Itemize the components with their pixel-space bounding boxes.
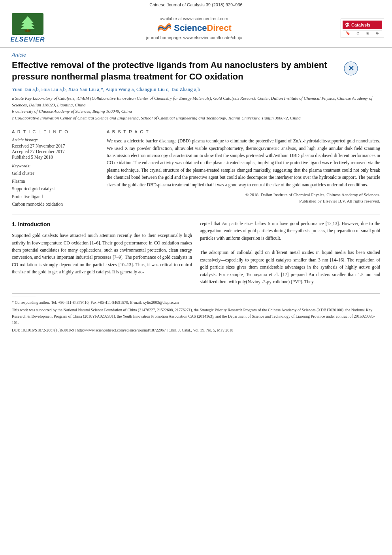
- abstract-text: We used a dielectric barrier discharge (…: [107, 137, 380, 188]
- history-label: Article history:: [12, 137, 99, 142]
- copyright-line1: © 2018, Dalian Institute of Chemical Phy…: [107, 191, 380, 198]
- footnote-divider: [12, 297, 36, 297]
- article-info-heading: A R T I C L E I N F O: [12, 129, 99, 134]
- affiliations: a State Key Laboratory of Catalysis, iCh…: [12, 95, 380, 121]
- intro-title: 1. Introduction: [12, 220, 192, 229]
- sciencedirect-text: ScienceDirect: [174, 23, 232, 33]
- intro-right-col: cepted that Au particle sizes below 5 nm…: [200, 220, 380, 286]
- page: Chinese Journal of Catalysis 39 (2018) 9…: [0, 0, 392, 555]
- available-text: available at www.sciencedirect.com: [51, 16, 337, 21]
- abstract-heading: A B S T R A C T: [107, 129, 380, 134]
- catalysis-label: Catalysis: [351, 23, 370, 27]
- copyright-text: © 2018, Dalian Institute of Chemical Phy…: [107, 191, 380, 205]
- funding-note: This work was supported by the National …: [12, 307, 380, 326]
- elsevier-logo: ELSEVIER: [8, 13, 47, 43]
- keywords-list: Gold cluster Plasma Supported gold catal…: [12, 170, 99, 208]
- article-tag: Article: [12, 52, 380, 58]
- affiliation-a: a State Key Laboratory of Catalysis, iCh…: [12, 95, 380, 108]
- corresponding-author-note: * Corresponding author. Tel: +86-411-843…: [12, 299, 380, 306]
- article-info-col: A R T I C L E I N F O Article history: R…: [12, 126, 99, 208]
- doi-note: DOI: 10.1016/S1872-2067(18)63018-9 | htt…: [12, 327, 380, 333]
- sciencedirect-icon: [156, 23, 172, 34]
- keyword-3: Supported gold catalyst: [12, 185, 99, 193]
- keyword-4: Protective ligand: [12, 193, 99, 201]
- affiliation-b: b University of Chinese Academy of Scien…: [12, 108, 380, 115]
- intro-left-text: Supported gold catalysts have attracted …: [12, 232, 192, 275]
- top-bar: Chinese Journal of Catalysis 39 (2018) 9…: [0, 0, 392, 9]
- affiliation-c: c Collaborative Innovation Center of Che…: [12, 115, 380, 121]
- crossmark-icon: ✕: [344, 61, 358, 77]
- catalysis-bottom-bar: 🔖 ⊙ ⊞ ⊕: [343, 30, 382, 36]
- header: ELSEVIER available at www.sciencedirect.…: [0, 9, 392, 48]
- section-divider: [12, 214, 380, 214]
- authors: Yuan Tan a,b, Hua Liu a,b, Xiao Yan Liu …: [12, 86, 380, 93]
- received-date: Received 27 November 2017: [12, 144, 99, 148]
- elsevier-tree-icon: [12, 13, 43, 35]
- journal-link: journal homepage: www.elsevier.com/locat…: [51, 35, 337, 40]
- svg-text:✕: ✕: [348, 64, 354, 72]
- section-number: 1.: [12, 221, 17, 227]
- elsevier-label: ELSEVIER: [10, 36, 45, 43]
- accepted-date: Accepted 27 December 2017: [12, 149, 99, 154]
- keyword-5: Carbon monoxide oxidation: [12, 201, 99, 208]
- keyword-2: Plasma: [12, 178, 99, 186]
- header-middle: available at www.sciencedirect.com Scien…: [51, 16, 337, 40]
- copyright-line2: Published by Elsevier B.V. All rights re…: [107, 198, 380, 205]
- sciencedirect-logo: ScienceDirect: [51, 23, 337, 34]
- published-date: Published 5 May 2018: [12, 155, 99, 159]
- introduction-section: 1. Introduction Supported gold catalysts…: [12, 220, 380, 286]
- section-heading-text: Introduction: [18, 221, 51, 227]
- intro-left-col: 1. Introduction Supported gold catalysts…: [12, 220, 192, 286]
- author-list: Yuan Tan a,b, Hua Liu a,b, Xiao Yan Liu …: [12, 86, 200, 92]
- keywords-label: Keywords:: [12, 163, 99, 168]
- article-body: Article Effective removal of the protect…: [0, 48, 392, 293]
- catalysis-logo-inner: ⚗ Catalysis: [343, 21, 382, 29]
- journal-info: Chinese Journal of Catalysis 39 (2018) 9…: [149, 2, 242, 7]
- catalysis-icon: ⚗: [345, 22, 350, 28]
- svg-point-5: [24, 30, 31, 32]
- footnotes: * Corresponding author. Tel: +86-411-843…: [12, 293, 380, 337]
- intro-right-text: cepted that Au particle sizes below 5 nm…: [200, 220, 380, 286]
- article-title: Effective removal of the protective liga…: [12, 60, 340, 82]
- article-info-abstract: A R T I C L E I N F O Article history: R…: [12, 126, 380, 208]
- catalysis-logo-box: ⚗ Catalysis 🔖 ⊙ ⊞ ⊕: [341, 19, 384, 38]
- keywords-section: Keywords: Gold cluster Plasma Supported …: [12, 163, 99, 208]
- abstract-col: A B S T R A C T We used a dielectric bar…: [107, 126, 380, 208]
- keyword-1: Gold cluster: [12, 170, 99, 178]
